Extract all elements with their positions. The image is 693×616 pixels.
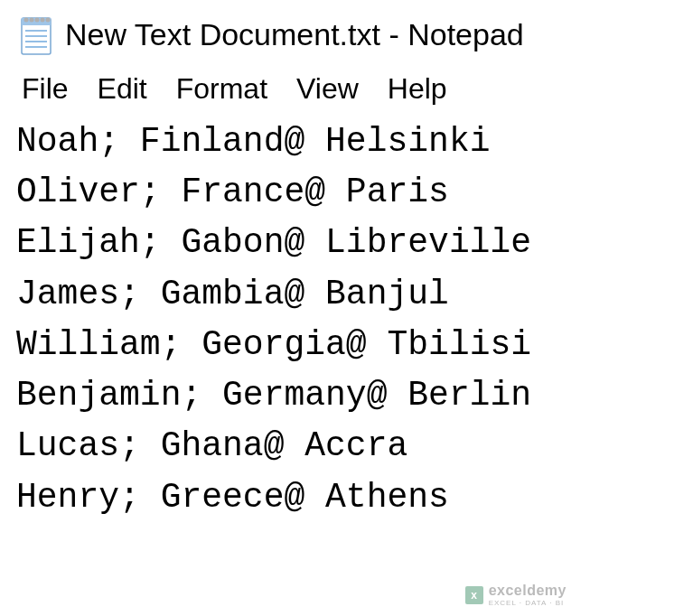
svg-point-4 [35,18,40,23]
window-title: New Text Document.txt - Notepad [65,17,524,52]
menu-file[interactable]: File [22,72,69,106]
watermark-icon: x [465,586,483,604]
notepad-icon [16,11,54,58]
watermark: x exceldemy EXCEL · DATA · BI [465,583,567,607]
svg-point-2 [24,18,29,23]
watermark-main: exceldemy [489,583,567,599]
menu-view[interactable]: View [296,72,359,106]
titlebar: New Text Document.txt - Notepad [0,0,693,65]
menu-help[interactable]: Help [388,72,447,106]
svg-point-5 [41,18,45,23]
text-editor-content[interactable]: Noah; Finland@ Helsinki Oliver; France@ … [0,115,693,525]
menubar: File Edit Format View Help [0,65,693,115]
menu-edit[interactable]: Edit [98,72,147,106]
svg-point-6 [46,18,51,23]
menu-format[interactable]: Format [176,72,267,106]
svg-point-3 [30,18,34,23]
watermark-sub: EXCEL · DATA · BI [489,599,567,607]
